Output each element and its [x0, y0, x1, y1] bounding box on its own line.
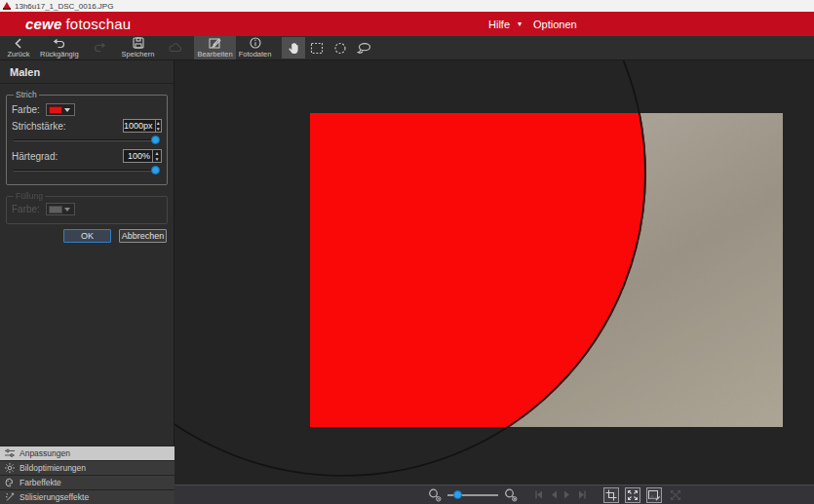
accordion-item-anpassungen[interactable]: Anpassungen	[0, 446, 174, 460]
image-canvas[interactable]	[174, 60, 814, 485]
ok-button[interactable]: OK	[63, 229, 111, 243]
fill-color-swatch	[49, 206, 62, 213]
photo-texture	[310, 113, 783, 427]
ellipse-select-tool[interactable]	[329, 37, 352, 58]
previous-image-button	[549, 489, 559, 500]
fill-group: Füllung Farbe:	[6, 191, 168, 224]
hardness-slider[interactable]	[14, 166, 160, 175]
hand-tool[interactable]	[282, 37, 305, 58]
pan-mode-button	[668, 487, 683, 503]
paint-panel: Malen Strich Farbe: Strichstärke: 1000px…	[0, 60, 174, 504]
menu-options[interactable]: Optionen	[529, 17, 581, 32]
chevron-down-icon	[64, 108, 70, 112]
toolbar: Zurück Rückgängig Speichern Bearbeiten F…	[0, 36, 814, 60]
edit-button[interactable]: Bearbeiten	[194, 36, 235, 59]
save-button[interactable]: Speichern	[119, 36, 158, 59]
first-image-icon	[533, 489, 545, 500]
crop-button[interactable]	[603, 487, 619, 503]
menu-bar: cewefotoschau Hilfe ▾ Optionen	[0, 12, 814, 36]
zoom-out-button[interactable]	[428, 488, 442, 502]
title-bar: 13h6u17_1_DSC_0016.JPG	[0, 0, 814, 12]
save-icon	[133, 37, 144, 49]
zoom-slider[interactable]	[447, 489, 498, 501]
next-image-icon	[562, 489, 572, 500]
sun-icon	[5, 463, 15, 473]
back-button[interactable]: Zurück	[0, 36, 37, 59]
zoom-out-icon	[428, 488, 442, 502]
lasso-tool[interactable]	[352, 37, 376, 58]
spinner-arrows[interactable]: ▲▼	[152, 150, 161, 162]
hand-icon	[288, 41, 300, 55]
stroke-width-slider-knob[interactable]	[151, 136, 160, 144]
chevron-down-icon	[64, 208, 70, 212]
cloud-icon	[169, 42, 182, 53]
ellipse-select-icon	[333, 42, 347, 55]
upload-button	[157, 36, 194, 59]
fill-color-label: Farbe:	[12, 204, 40, 214]
magic-wand-icon	[5, 492, 15, 502]
previous-image-icon	[549, 489, 559, 500]
rect-select-icon	[310, 42, 324, 55]
zoom-slider-knob[interactable]	[453, 490, 462, 499]
chevron-left-icon	[13, 38, 24, 49]
undo-button[interactable]: Rückgängig	[37, 36, 82, 59]
bottom-toolbar	[174, 485, 814, 504]
original-view-button[interactable]	[646, 487, 662, 503]
undo-icon	[53, 38, 65, 49]
zoom-in-button[interactable]	[504, 488, 518, 502]
info-icon	[250, 37, 261, 49]
photo-image[interactable]	[310, 113, 783, 427]
last-image-button	[576, 489, 588, 500]
accordion-item-stilisierungseffekte[interactable]: Stilisierungseffekte	[0, 489, 174, 504]
hardness-label: Härtegrad:	[12, 151, 58, 162]
lasso-icon	[357, 42, 371, 55]
stroke-width-slider[interactable]	[14, 136, 160, 145]
rect-select-tool[interactable]	[305, 37, 329, 58]
brand-logo: cewefotoschau	[25, 16, 131, 32]
app-window: 13h6u17_1_DSC_0016.JPG cewefotoschau Hil…	[0, 0, 814, 504]
accordion-item-farbeffekte[interactable]: Farbeffekte	[0, 475, 174, 489]
hardness-spinner[interactable]: 100% ▲▼	[123, 149, 162, 163]
chevron-down-icon: ▾	[518, 19, 522, 28]
fill-group-legend: Füllung	[14, 191, 45, 201]
original-view-icon	[648, 489, 660, 501]
panel-title: Malen	[0, 60, 174, 84]
stroke-width-label: Strichstärke:	[12, 121, 66, 132]
menu-help[interactable]: Hilfe	[485, 17, 514, 32]
hardness-slider-knob[interactable]	[151, 166, 160, 174]
first-image-button	[533, 489, 545, 500]
stroke-group: Strich Farbe: Strichstärke: 1000px ▲▼	[6, 90, 168, 185]
accordion-item-bildoptimierungen[interactable]: Bildoptimierungen	[0, 460, 174, 475]
fit-to-window-icon	[627, 489, 639, 501]
fit-to-window-button[interactable]	[625, 487, 640, 503]
stroke-color-swatch	[49, 106, 62, 114]
stroke-group-legend: Strich	[14, 90, 39, 99]
stroke-width-spinner[interactable]: 1000px ▲▼	[123, 119, 162, 133]
stroke-color-dropdown[interactable]	[46, 103, 75, 116]
redo-button	[82, 36, 119, 59]
next-image-button	[562, 489, 572, 500]
crossed-arrows-icon	[670, 489, 681, 501]
redo-icon	[94, 42, 106, 53]
spinner-arrows[interactable]: ▲▼	[155, 120, 161, 132]
cancel-button[interactable]: Abbrechen	[119, 229, 167, 243]
sliders-icon	[5, 448, 15, 458]
photo-info-button[interactable]: Fotodaten	[236, 36, 275, 59]
stroke-color-label: Farbe:	[12, 104, 40, 115]
brand-logo-bold: cewe	[25, 16, 62, 32]
edit-icon	[209, 37, 221, 49]
fill-color-dropdown	[46, 203, 75, 215]
zoom-in-icon	[504, 488, 518, 502]
app-icon	[3, 2, 11, 10]
window-title: 13h6u17_1_DSC_0016.JPG	[15, 2, 113, 11]
last-image-icon	[576, 489, 588, 500]
crop-icon	[605, 489, 617, 501]
effects-accordion: Anpassungen Bildoptimierungen Farbeffekt…	[0, 446, 174, 504]
palette-icon	[5, 478, 15, 487]
brand-logo-rest: fotoschau	[66, 16, 132, 32]
